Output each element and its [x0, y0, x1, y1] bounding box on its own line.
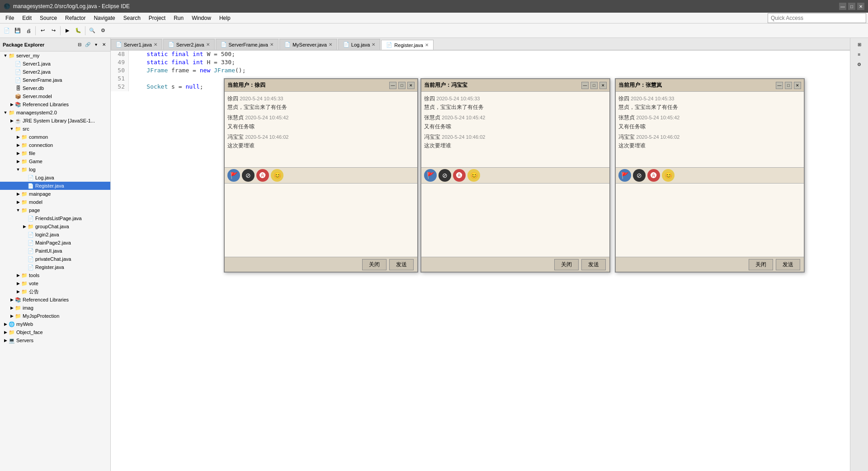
tree-item[interactable]: 📄privateChat.java — [0, 255, 110, 263]
menu-help[interactable]: Help — [216, 14, 234, 22]
chat-tool-btn-2[interactable]: 🅐 — [256, 169, 269, 182]
chat-tool-btn-0[interactable]: 🚩 — [618, 169, 631, 182]
chat-close-btn[interactable]: ✕ — [599, 82, 607, 89]
editor-tab[interactable]: 📄Server1.java✕ — [111, 39, 162, 50]
chat-minimize-btn[interactable]: — — [776, 82, 783, 89]
menu-navigate[interactable]: Navigate — [90, 14, 118, 22]
menu-project[interactable]: Project — [145, 14, 169, 22]
sidebar-link-btn[interactable]: 🔗 — [84, 41, 91, 48]
tree-toggle-icon[interactable]: ▼ — [15, 208, 21, 212]
tree-item[interactable]: 📄Server2.java — [0, 68, 110, 76]
editor-tab[interactable]: 📄Register.java✕ — [381, 40, 434, 51]
menu-search[interactable]: Search — [120, 14, 144, 22]
tree-item[interactable]: 📦Server.model — [0, 92, 110, 100]
tree-toggle-icon[interactable]: ▼ — [15, 167, 21, 172]
tree-item[interactable]: ▶☕JRE System Library [JavaSE-1... — [0, 117, 110, 125]
tab-close-icon[interactable]: ✕ — [154, 42, 157, 47]
chat-tool-btn-3[interactable]: 😊 — [467, 169, 480, 182]
tree-item[interactable]: ▼📁server_my — [0, 52, 110, 60]
chat-tool-btn-1[interactable]: ⊘ — [242, 169, 255, 182]
tree-item[interactable]: ▶📁tools — [0, 271, 110, 279]
tree-toggle-icon[interactable]: ▶ — [15, 273, 21, 278]
tree-item[interactable]: ▶📁groupChat.java — [0, 222, 110, 231]
tree-toggle-icon[interactable]: ▶ — [9, 306, 14, 310]
toolbar-redo[interactable]: ↪ — [48, 26, 58, 36]
tree-toggle-icon[interactable]: ▶ — [15, 200, 21, 204]
sidebar-collapse-btn[interactable]: ⊟ — [76, 41, 83, 48]
editor-tab[interactable]: 📄MySerever.java✕ — [279, 39, 337, 50]
tree-toggle-icon[interactable]: ▶ — [3, 322, 8, 326]
tree-toggle-icon[interactable]: ▼ — [9, 127, 14, 131]
chat-close-button[interactable]: 关闭 — [749, 259, 773, 270]
maximize-button[interactable]: □ — [848, 3, 855, 10]
chat-maximize-btn[interactable]: □ — [398, 82, 406, 89]
tree-item[interactable]: ▶📁公告 — [0, 287, 110, 296]
chat-tool-btn-3[interactable]: 😊 — [271, 169, 283, 182]
tree-toggle-icon[interactable]: ▶ — [15, 281, 21, 286]
tree-toggle-icon[interactable]: ▶ — [15, 135, 21, 139]
toolbar-search[interactable]: 🔍 — [87, 26, 97, 36]
tree-item[interactable]: ▼📁page — [0, 206, 110, 214]
chat-minimize-btn[interactable]: — — [581, 82, 589, 89]
tree-toggle-icon[interactable]: ▶ — [15, 192, 21, 196]
tree-item[interactable]: ▶📁model — [0, 198, 110, 206]
tree-toggle-icon[interactable]: ▶ — [3, 330, 8, 334]
tree-item[interactable]: 📄PaintUI.java — [0, 247, 110, 255]
chat-close-btn[interactable]: ✕ — [407, 82, 415, 89]
tree-item[interactable]: ▶📁vote — [0, 279, 110, 287]
tree-item[interactable]: 📄login2.java — [0, 231, 110, 239]
chat-maximize-btn[interactable]: □ — [590, 82, 598, 89]
chat-tool-btn-0[interactable]: 🚩 — [424, 169, 437, 182]
quick-access-input[interactable] — [768, 13, 866, 23]
tree-item[interactable]: ▶📚Referenced Libraries — [0, 296, 110, 304]
chat-tool-btn-1[interactable]: ⊘ — [439, 169, 451, 182]
chat-window[interactable]: 当前用户：张慧岚—□✕徐四 2020-5-24 10:45:33慧贞，宝宝出来了… — [615, 78, 805, 273]
chat-send-button[interactable]: 发送 — [581, 259, 606, 270]
right-panel-btn2[interactable]: ≡ — [855, 50, 864, 59]
tree-item[interactable]: ▶📚Referenced Libraries — [0, 100, 110, 108]
menu-window[interactable]: Window — [188, 14, 215, 22]
menu-file[interactable]: File — [2, 14, 18, 22]
menu-edit[interactable]: Edit — [19, 14, 35, 22]
chat-maximize-btn[interactable]: □ — [785, 82, 792, 89]
menu-source[interactable]: Source — [36, 14, 61, 22]
chat-input-area[interactable] — [225, 184, 417, 258]
chat-tool-btn-1[interactable]: ⊘ — [633, 169, 646, 182]
chat-tool-btn-2[interactable]: 🅐 — [453, 169, 466, 182]
editor-tab[interactable]: 📄Server2.java✕ — [163, 39, 215, 50]
tree-toggle-icon[interactable]: ▶ — [15, 143, 21, 147]
chat-close-button[interactable]: 关闭 — [362, 259, 387, 270]
tree-item[interactable]: ▶📁Game — [0, 157, 110, 165]
tree-toggle-icon[interactable]: ▶ — [9, 297, 14, 302]
tree-item[interactable]: ▶📁common — [0, 133, 110, 141]
tree-item[interactable]: 📄Register.java — [0, 263, 110, 271]
tree-item[interactable]: 📄Log.java — [0, 174, 110, 182]
chat-send-button[interactable]: 发送 — [389, 259, 414, 270]
editor-tab[interactable]: 📄Log.java✕ — [338, 39, 381, 50]
chat-tool-btn-3[interactable]: 😊 — [662, 169, 675, 182]
tab-close-icon[interactable]: ✕ — [425, 42, 429, 47]
tree-toggle-icon[interactable]: ▼ — [3, 110, 8, 115]
right-panel-btn1[interactable]: ⊞ — [855, 40, 864, 49]
tree-item[interactable]: 📄ServerFrame.java — [0, 76, 110, 84]
sidebar-close-btn[interactable]: ✕ — [100, 41, 108, 48]
chat-window[interactable]: 当前用户：徐四—□✕徐四 2020-5-24 10:45:33慧贞，宝宝出来了有… — [224, 78, 418, 273]
toolbar-save[interactable]: 💾 — [13, 26, 23, 36]
tree-item[interactable]: ▶📁imag — [0, 304, 110, 312]
tree-item[interactable]: ▶🌐myWeb — [0, 320, 110, 328]
toolbar-print[interactable]: 🖨 — [24, 26, 33, 36]
toolbar-undo[interactable]: ↩ — [38, 26, 47, 36]
tree-item[interactable]: 🗄Server.db — [0, 84, 110, 92]
tree-item[interactable]: ▶📁mainpage — [0, 190, 110, 198]
tree-item[interactable]: ▶📁Object_face — [0, 328, 110, 336]
tree-toggle-icon[interactable]: ▶ — [15, 289, 21, 294]
toolbar-debug[interactable]: 🐛 — [73, 26, 83, 36]
menu-refactor[interactable]: Refactor — [61, 14, 89, 22]
tree-item[interactable]: ▶💻Servers — [0, 336, 110, 344]
tab-close-icon[interactable]: ✕ — [372, 42, 375, 47]
tree-item[interactable]: ▶📁MyJspProtection — [0, 312, 110, 320]
toolbar-settings[interactable]: ⚙ — [98, 26, 108, 36]
editor-tab[interactable]: 📄ServerFrame.java✕ — [216, 39, 278, 50]
tree-item[interactable]: ▼📁src — [0, 125, 110, 133]
toolbar-run[interactable]: ▶ — [62, 26, 72, 36]
